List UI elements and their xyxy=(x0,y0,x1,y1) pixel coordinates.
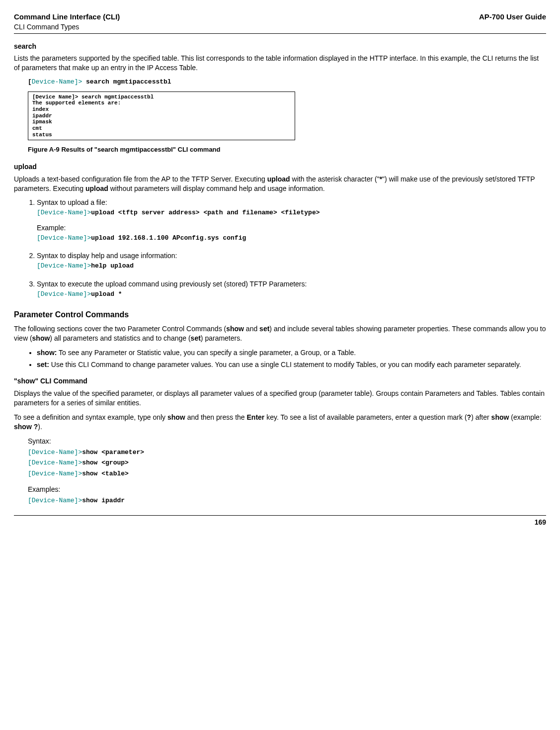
show-cmd-heading: "show" CLI Command xyxy=(14,376,546,386)
syntax-label: Syntax: xyxy=(28,437,546,446)
prompt: [Device-Name]> xyxy=(28,449,82,456)
text: ) after xyxy=(471,413,491,421)
cmd: show <table> xyxy=(82,470,129,477)
upload-step-1: Syntax to upload a file: [Device-Name]>u… xyxy=(37,198,546,242)
header-title: Command Line Interface (CLI) xyxy=(14,12,120,21)
cli-output-box: [Device Name]> search mgmtipaccesstbl Th… xyxy=(28,91,295,140)
text: ). xyxy=(38,423,42,431)
text: To see any Parameter or Statistic value,… xyxy=(57,349,356,357)
header-subtitle: CLI Command Types xyxy=(14,23,79,31)
search-command-line: [Device-Name]> search mgmtipaccesstbl xyxy=(28,78,546,87)
text-bold: ? xyxy=(467,413,472,421)
cmd: help upload xyxy=(91,262,134,270)
cli-line: status xyxy=(32,132,291,138)
text: with the asterisk character (" xyxy=(290,175,380,183)
bullet-set: set: Use this CLI Command to change para… xyxy=(37,360,546,369)
text: key. To see a list of available paramete… xyxy=(264,413,467,421)
param-ctrl-bullets: show: To see any Parameter or Statistic … xyxy=(28,348,546,370)
text: Use this CLI Command to change parameter… xyxy=(49,361,521,368)
upload-steps: Syntax to upload a file: [Device-Name]>u… xyxy=(28,198,546,298)
text: and xyxy=(244,325,259,333)
cli-line: [Device Name]> search mgmtipaccesstbl xyxy=(32,94,291,100)
cli-line: cmt xyxy=(32,125,291,132)
text-bold: set xyxy=(191,334,201,342)
show-cmd-desc2: To see a definition and syntax example, … xyxy=(14,413,546,432)
text-bold: show xyxy=(32,334,50,342)
param-ctrl-heading: Parameter Control Commands xyxy=(14,309,546,320)
step-label: Syntax to execute the upload command usi… xyxy=(37,280,307,288)
cli-line: index xyxy=(32,106,291,113)
examples-label: Examples: xyxy=(28,485,546,494)
text: and then press the xyxy=(185,413,247,421)
text-bold: show: xyxy=(37,349,57,357)
text-bold: upload xyxy=(85,184,108,192)
text-bold: show ? xyxy=(14,423,38,431)
header-guide: AP-700 User Guide xyxy=(479,12,546,22)
cmd: show <group> xyxy=(82,459,129,466)
step-label: Syntax to display help and usage informa… xyxy=(37,252,177,260)
syntax-line: [Device-Name]>show <table> xyxy=(28,468,546,478)
step-label: Syntax to upload a file: xyxy=(37,198,107,206)
syntax-block: Syntax: [Device-Name]>show <parameter> [… xyxy=(28,437,546,478)
example-label: Example: xyxy=(37,224,66,232)
header-left: Command Line Interface (CLI) CLI Command… xyxy=(14,12,120,32)
text: ) parameters. xyxy=(201,334,242,342)
cmd: show ipaddr xyxy=(82,497,125,504)
prompt: [Device-Name]> xyxy=(37,234,91,242)
upload-heading: upload xyxy=(14,162,546,172)
syntax-line: [Device-Name]>show <parameter> xyxy=(28,447,546,457)
text: ) all parameters and statistics and to c… xyxy=(50,334,190,342)
cmd: upload 192.168.1.100 APconfig.sys config xyxy=(91,234,246,242)
search-prompt: Device-Name]> xyxy=(32,78,86,86)
text-bold: show xyxy=(226,325,244,333)
examples-block: Examples: [Device-Name]>show ipaddr xyxy=(28,485,546,505)
text: (example: xyxy=(509,413,541,421)
prompt: [Device-Name]> xyxy=(37,290,91,298)
figure-caption: Figure A-9 Results of "search mgmtipacce… xyxy=(28,145,546,154)
show-cmd-desc1: Displays the value of the specified para… xyxy=(14,389,546,408)
cmd: show <parameter> xyxy=(82,449,144,456)
text: without parameters will display command … xyxy=(108,184,325,192)
upload-step-3: Syntax to execute the upload command usi… xyxy=(37,279,546,298)
prompt: [Device-Name]> xyxy=(28,497,82,504)
prompt: [Device-Name]> xyxy=(37,209,91,216)
text-bold: set xyxy=(259,325,269,333)
syntax-line: [Device-Name]>show <group> xyxy=(28,457,546,467)
bullet-show: show: To see any Parameter or Statistic … xyxy=(37,348,546,358)
cmd: upload <tftp server address> <path and f… xyxy=(91,209,320,216)
page-header: Command Line Interface (CLI) CLI Command… xyxy=(14,12,546,34)
cli-line: ipaddr xyxy=(32,113,291,119)
text-bold: show xyxy=(491,413,509,421)
upload-description: Uploads a text-based configuration file … xyxy=(14,175,546,193)
cli-line: ipmask xyxy=(32,119,291,125)
page-number: 169 xyxy=(535,518,546,526)
param-ctrl-desc: The following sections cover the two Par… xyxy=(14,324,546,343)
spacer xyxy=(37,217,546,223)
search-description: Lists the parameters supported by the sp… xyxy=(14,54,546,73)
page-footer: 169 xyxy=(14,515,546,527)
prompt: [Device-Name]> xyxy=(28,470,82,477)
cli-line: The supported elements are: xyxy=(32,100,291,106)
text-bold: upload xyxy=(267,175,290,183)
search-cmd: search mgmtipaccesstbl xyxy=(86,78,171,86)
prompt: [Device-Name]> xyxy=(28,459,82,466)
example-line: [Device-Name]>show ipaddr xyxy=(28,495,546,505)
prompt-bracket: [ xyxy=(28,78,32,86)
text-bold: show xyxy=(167,413,185,421)
prompt: [Device-Name]> xyxy=(37,262,91,270)
text: Uploads a text-based configuration file … xyxy=(14,175,267,183)
text-bold: set: xyxy=(37,361,49,368)
text-bold: Enter xyxy=(247,413,265,421)
upload-step-2: Syntax to display help and usage informa… xyxy=(37,251,546,270)
cmd: upload * xyxy=(91,290,122,298)
text: To see a definition and syntax example, … xyxy=(14,413,167,421)
text: The following sections cover the two Par… xyxy=(14,325,226,333)
search-heading: search xyxy=(14,42,546,51)
